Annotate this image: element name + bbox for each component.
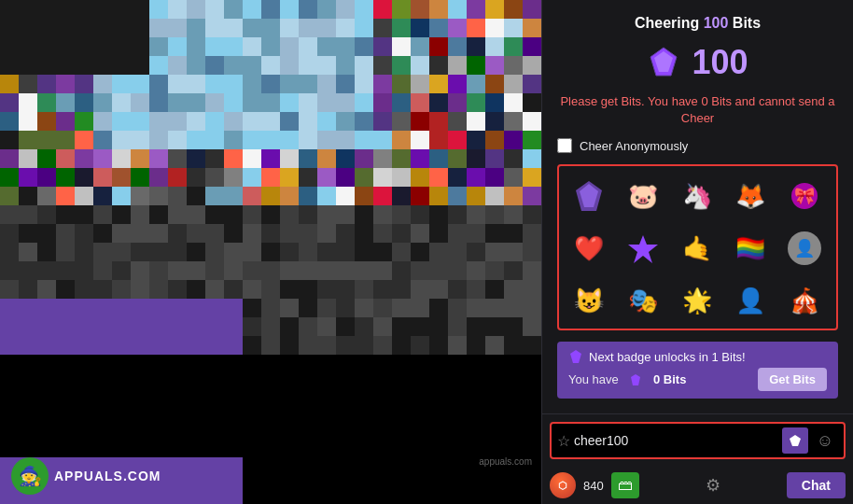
svg-marker-9: [790, 435, 801, 446]
bottom-left-icons: ⬡ 840 🗃: [550, 472, 639, 498]
emote-cell[interactable]: 🏳️‍🌈: [726, 224, 775, 273]
bits-coin-icon: ⬡: [550, 472, 576, 498]
emote-cell[interactable]: 🎪: [780, 276, 829, 325]
cheering-title: Cheering 100 Bits: [557, 15, 838, 32]
svg-marker-6: [628, 235, 658, 263]
bits-number: 100: [692, 43, 748, 82]
svg-text:🎀: 🎀: [794, 186, 816, 206]
emote-cell[interactable]: [565, 172, 613, 220]
you-have-text: You have 0 Bits: [568, 372, 686, 386]
settings-icon[interactable]: ⚙: [706, 475, 720, 496]
cheering-suffix: Bits: [728, 15, 761, 31]
treasury-icon[interactable]: 🗃: [611, 472, 639, 498]
emote-cell[interactable]: 🤙: [673, 224, 721, 273]
anonymous-label[interactable]: Cheer Anonymously: [580, 139, 688, 153]
cheering-panel: Cheering 100 Bits 100 Please get Bits. Y…: [542, 0, 853, 413]
bottom-bar-left: 🧙 appuals.com: [0, 448, 541, 504]
chat-input-area: ☆ ☺: [542, 413, 853, 467]
chat-input-row: ☆ ☺: [550, 422, 846, 459]
right-panel: Cheering 100 Bits 100 Please get Bits. Y…: [541, 0, 853, 504]
badge-banner-top: Next badge unlocks in 1 Bits!: [568, 349, 827, 364]
cheering-amount: 100: [704, 15, 729, 31]
bottom-controls: ⬡ 840 🗃 ⚙ Chat: [542, 467, 853, 504]
emote-cell[interactable]: 🌟: [673, 276, 721, 325]
emote-cell[interactable]: [619, 224, 667, 273]
small-gem-icon: [629, 373, 642, 386]
logo-icon: 🧙: [11, 457, 49, 495]
emote-grid: 🐷 🦄 🦊 🎀 ❤️ 🤙 🏳️‍🌈 👤 😺 🎭 🌟 👤 🎪: [557, 164, 838, 330]
get-bits-button[interactable]: Get Bits: [758, 368, 827, 391]
emote-cell[interactable]: 👤: [780, 224, 829, 273]
anonymous-checkbox[interactable]: [557, 138, 572, 153]
emote-cell[interactable]: 👤: [726, 276, 775, 325]
cheer-gem-icon: [789, 434, 802, 447]
bits-amount-display: 100: [557, 43, 838, 82]
emote-cell[interactable]: 🦊: [726, 172, 775, 220]
emote-cell[interactable]: 🎭: [619, 276, 667, 325]
svg-marker-7: [570, 350, 581, 363]
star-icon: ☆: [557, 432, 570, 450]
chat-button[interactable]: Chat: [787, 472, 846, 498]
emote-cell[interactable]: 🦄: [673, 172, 721, 220]
cheer-anonymous-row: Cheer Anonymously: [557, 138, 838, 153]
badge-gem-icon: [568, 349, 583, 364]
appuals-logo: 🧙 appuals.com: [11, 457, 161, 495]
emote-cell[interactable]: 🎀: [780, 172, 829, 220]
badge-banner-bottom: You have 0 Bits Get Bits: [568, 368, 827, 391]
badge-banner: Next badge unlocks in 1 Bits! You have 0…: [557, 342, 838, 399]
logo-text: appuals.com: [54, 469, 161, 483]
bits-gem-icon: [647, 46, 680, 79]
cheering-prefix: Cheering: [635, 15, 704, 31]
video-area: 🧙 appuals.com appuals.com: [0, 0, 541, 504]
warning-text: Please get Bits. You have 0 Bits and can…: [557, 93, 838, 127]
bits-count: 0 Bits: [653, 372, 686, 386]
watermark-text: appuals.com: [479, 456, 532, 467]
emote-cell[interactable]: ❤️: [565, 224, 613, 273]
emote-cell[interactable]: 😺: [565, 276, 613, 325]
emote-picker-button[interactable]: ☺: [812, 427, 838, 454]
coin-count: 840: [583, 479, 604, 493]
svg-marker-8: [631, 374, 640, 385]
emote-cell[interactable]: 🐷: [619, 172, 667, 220]
bits-cheer-button[interactable]: [782, 427, 808, 454]
chat-text-input[interactable]: [574, 433, 778, 448]
badge-unlock-text: Next badge unlocks in 1 Bits!: [589, 350, 746, 364]
video-player: [0, 0, 541, 355]
